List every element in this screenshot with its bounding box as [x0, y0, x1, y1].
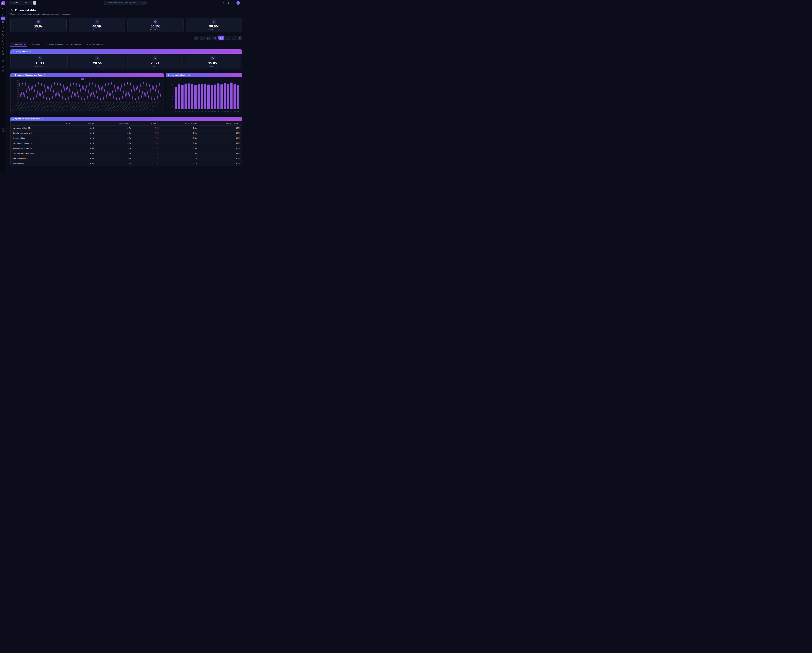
tabs: Performance LLM Metrics Agentic Workflow…: [11, 42, 242, 47]
sidebar-item-bell-icon[interactable]: [1, 27, 5, 30]
sidebar-item-git-merge-icon[interactable]: [1, 56, 5, 59]
svg-text:1,200: 1,200: [16, 88, 19, 89]
table-row-compliance-auditor-g1zlm[interactable]: compliance-auditor-g1zlm 6.1K 15.0s 3.6K…: [11, 141, 242, 146]
input-tokens-cell: 5.2M: [161, 156, 199, 161]
time-range-button-90d[interactable]: 90d: [225, 36, 231, 40]
sidebar-item-sliders-icon[interactable]: [1, 40, 5, 43]
threats-cell: 3.5K: [133, 156, 161, 161]
tab-anomaly-detection[interactable]: Anomaly Detection: [84, 42, 105, 47]
zap-icon: [96, 20, 98, 23]
sidebar-item-pen-icon[interactable]: [1, 69, 5, 72]
spans-cell: 6.1K: [73, 141, 96, 146]
time-range-button-6h[interactable]: 6h: [200, 36, 205, 40]
stat-value: 15.0s: [34, 24, 43, 28]
svg-text:16s: 16s: [227, 111, 229, 112]
table-row-llm-guard-kb3ex[interactable]: llm-guard-kb3ex 6.1K 15.0s 3.6K 5.5M 3.2…: [11, 136, 242, 141]
stat-cards: 15.0s Avg Latency 48.5K Requests 58.5%: [11, 18, 242, 32]
search-input[interactable]: [108, 2, 142, 4]
sidebar-item-shield-icon[interactable]: [1, 23, 5, 27]
sidebar-item-dollar-sign-icon[interactable]: [1, 43, 5, 46]
column-header[interactable]: AGENT: [11, 121, 73, 125]
agent-name-cell: financial-coordinator-b14fd: [11, 131, 73, 136]
avg-latency-cell: 15.0s: [96, 136, 133, 141]
sidebar-collapse-button[interactable]: [2, 130, 5, 133]
sidebar-item-layout-grid-icon[interactable]: [1, 20, 5, 23]
latency-value: 15.1s: [35, 61, 44, 65]
table-row-investment-advisor-t67uj[interactable]: investment-advisor-t67uj 6.1K 15.2s 3.6K…: [11, 125, 242, 131]
table-row-supply-chain-agent-oi9f0[interactable]: supply-chain-agent-oi9f0 6.0K 15.0s 3.5K…: [11, 146, 242, 151]
sidebar-item-package-icon[interactable]: [1, 30, 5, 33]
avg-latency-cell: 15.0s: [96, 151, 133, 156]
agent-name-cell: banking-agent-oepbg: [11, 156, 73, 161]
sidebar-item-hexagon-icon[interactable]: [1, 33, 5, 37]
page-subtitle: Monitor performance, health, and distrib…: [11, 13, 242, 15]
column-header[interactable]: SPANS: [73, 121, 96, 125]
theme-toggle-button[interactable]: [222, 1, 225, 5]
avg-latency-cell: 15.0s: [96, 141, 133, 146]
latency-metrics-section: Latency Metrics 15.1s P50 (Median): [11, 49, 242, 70]
notifications-button[interactable]: [232, 1, 235, 5]
tab-performance[interactable]: Performance: [11, 42, 27, 47]
sidebar-item-file-text-icon[interactable]: [1, 59, 5, 63]
column-header[interactable]: AVG LATENCY: [96, 121, 133, 125]
sidebar-item-globe-icon[interactable]: [1, 53, 5, 56]
sidebar-item-shield-check-icon[interactable]: [1, 46, 5, 49]
svg-text:19s: 19s: [237, 111, 239, 112]
time-range-select[interactable]: 30d: [23, 1, 32, 5]
sidebar-item-cube-icon[interactable]: [1, 7, 5, 10]
sidebar-item-activity-icon[interactable]: [1, 17, 5, 20]
svg-text:14s: 14s: [221, 111, 223, 112]
clock-icon: [2, 14, 4, 16]
avg-latency-cell: 15.1s: [96, 156, 133, 161]
sidebar-item-clipboard-icon[interactable]: [1, 66, 5, 69]
package-icon: [2, 31, 4, 32]
svg-text:0s: 0s: [176, 111, 177, 112]
gauge-icon: [29, 44, 31, 45]
throughput-chart-header: Throughput (Requests over Time): [11, 73, 164, 77]
column-header[interactable]: INPUT TOKENS: [161, 121, 199, 125]
trending-up-icon: [2, 37, 4, 39]
user-menu[interactable]: [237, 1, 242, 5]
quick-actions-button[interactable]: [227, 1, 230, 5]
sidebar-item-clock-icon[interactable]: [1, 13, 5, 17]
table-row-financial-coordinator-b14fd[interactable]: financial-coordinator-b14fd 6.1K 15.1s 3…: [11, 131, 242, 136]
sidebar-item-git-branch-icon[interactable]: [1, 10, 5, 13]
search-bar[interactable]: /: [104, 1, 147, 5]
alert-circle-icon: [154, 20, 157, 23]
app-logo[interactable]: [1, 1, 5, 5]
sidebar-item-lock-icon[interactable]: [1, 49, 5, 53]
latency-distribution-chart[interactable]: 02004006008001,0001,2001,4001,6001,8000s…: [166, 77, 242, 114]
stat-label: Requests: [93, 29, 99, 31]
tab-agentic-workflows[interactable]: Agentic Workflows: [44, 42, 65, 47]
tab-llm-metrics[interactable]: LLM Metrics: [27, 42, 43, 47]
sidebar-item-trending-up-icon[interactable]: [1, 37, 5, 40]
refresh-button[interactable]: [238, 36, 242, 40]
search-icon: [105, 2, 107, 4]
svg-text:17s: 17s: [230, 111, 232, 112]
time-range-button-1y[interactable]: 1y: [232, 36, 237, 40]
tab-service-health[interactable]: Service Health: [65, 42, 83, 47]
stat-label: Avg Latency: [33, 29, 41, 31]
output-tokens-cell: 3.2M: [199, 125, 242, 131]
activity-icon: [11, 9, 14, 12]
zap-icon: [227, 2, 229, 4]
bar-chart-icon: [12, 44, 14, 45]
activity-icon: [39, 57, 41, 60]
time-range-button-7d[interactable]: 7d: [212, 36, 217, 40]
table-row-hr-agent-wkpnx[interactable]: hr-agent-wkpnx 6.0K 15.0s 3.5K 5.1M 3.1M: [11, 161, 242, 166]
svg-text:12s: 12s: [214, 111, 216, 112]
refresh-icon: [239, 37, 241, 39]
threats-cell: 3.6K: [133, 125, 161, 131]
table-row-customer-support-agent-id9ke[interactable]: customer-support-agent-id9ke 6.0K 15.0s …: [11, 151, 242, 156]
table-row-banking-agent-oepbg[interactable]: banking-agent-oepbg 6.0K 15.1s 3.5K 5.2M…: [11, 156, 242, 161]
column-header[interactable]: OUTPUT TOKENS: [199, 121, 242, 125]
agents-filter-select[interactable]: All Agents: [9, 1, 22, 5]
time-range-button-24h[interactable]: 24h: [206, 36, 211, 40]
time-range-button-30d[interactable]: 30d: [218, 36, 224, 40]
throughput-chart[interactable]: Requests/min 02004006008001,0001,2001,40…: [11, 77, 164, 114]
throughput-chart-card: Throughput (Requests over Time) Requests…: [11, 73, 164, 114]
check-toggle-button[interactable]: [33, 1, 36, 5]
sidebar-item-bar-chart-icon[interactable]: [1, 63, 5, 66]
column-header[interactable]: THREATS: [133, 121, 161, 125]
time-range-button-1h[interactable]: 1h: [194, 36, 199, 40]
